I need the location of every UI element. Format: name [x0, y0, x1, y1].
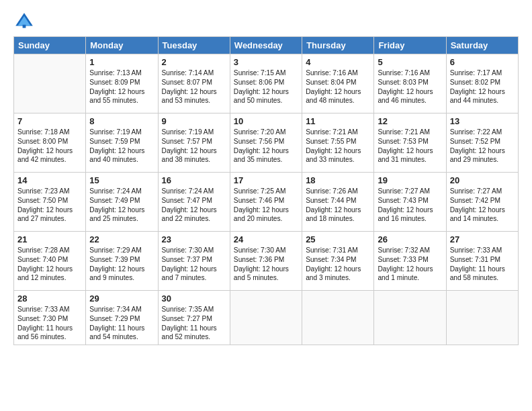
svg-rect-2	[23, 25, 26, 28]
day-info: Sunrise: 7:32 AMSunset: 7:33 PMDaylight:…	[378, 246, 442, 283]
day-number: 17	[234, 175, 298, 185]
day-number: 1	[89, 57, 154, 67]
day-number: 19	[378, 175, 442, 185]
day-number: 8	[89, 116, 154, 126]
day-cell: 14Sunrise: 7:23 AMSunset: 7:50 PMDayligh…	[14, 173, 86, 232]
day-cell: 27Sunrise: 7:33 AMSunset: 7:31 PMDayligh…	[446, 232, 518, 291]
day-number: 3	[234, 57, 298, 67]
weekday-header-sunday: Sunday	[14, 37, 86, 54]
day-number: 9	[162, 116, 226, 126]
day-cell	[302, 291, 374, 345]
day-cell	[230, 291, 302, 345]
day-cell: 29Sunrise: 7:34 AMSunset: 7:29 PMDayligh…	[86, 291, 158, 345]
day-number: 15	[89, 175, 154, 185]
day-cell: 21Sunrise: 7:28 AMSunset: 7:40 PMDayligh…	[14, 232, 86, 291]
day-number: 26	[378, 234, 442, 244]
day-cell: 3Sunrise: 7:15 AMSunset: 8:06 PMDaylight…	[230, 54, 302, 113]
day-info: Sunrise: 7:21 AMSunset: 7:53 PMDaylight:…	[378, 128, 442, 165]
day-number: 7	[17, 116, 82, 126]
day-cell: 9Sunrise: 7:19 AMSunset: 7:57 PMDaylight…	[158, 113, 230, 173]
day-cell: 1Sunrise: 7:13 AMSunset: 8:09 PMDaylight…	[86, 54, 158, 113]
day-info: Sunrise: 7:22 AMSunset: 7:52 PMDaylight:…	[450, 128, 515, 165]
weekday-header-thursday: Thursday	[302, 37, 374, 54]
day-cell: 4Sunrise: 7:16 AMSunset: 8:04 PMDaylight…	[302, 54, 374, 113]
day-cell: 15Sunrise: 7:24 AMSunset: 7:49 PMDayligh…	[86, 173, 158, 232]
day-cell: 28Sunrise: 7:33 AMSunset: 7:30 PMDayligh…	[14, 291, 86, 345]
day-cell: 25Sunrise: 7:31 AMSunset: 7:34 PMDayligh…	[302, 232, 374, 291]
day-cell	[374, 291, 446, 345]
day-cell: 18Sunrise: 7:26 AMSunset: 7:44 PMDayligh…	[302, 173, 374, 232]
day-info: Sunrise: 7:34 AMSunset: 7:29 PMDaylight:…	[89, 305, 154, 342]
day-info: Sunrise: 7:33 AMSunset: 7:30 PMDaylight:…	[17, 305, 82, 342]
day-number: 12	[378, 116, 442, 126]
week-row-4: 28Sunrise: 7:33 AMSunset: 7:30 PMDayligh…	[14, 291, 519, 345]
day-cell: 30Sunrise: 7:35 AMSunset: 7:27 PMDayligh…	[158, 291, 230, 345]
week-row-0: 1Sunrise: 7:13 AMSunset: 8:09 PMDaylight…	[14, 54, 519, 113]
day-number: 27	[450, 234, 515, 244]
day-number: 30	[162, 293, 226, 304]
logo	[13, 11, 38, 32]
day-cell: 26Sunrise: 7:32 AMSunset: 7:33 PMDayligh…	[374, 232, 446, 291]
day-info: Sunrise: 7:29 AMSunset: 7:39 PMDaylight:…	[89, 246, 154, 283]
day-info: Sunrise: 7:21 AMSunset: 7:55 PMDaylight:…	[306, 128, 370, 165]
day-cell: 10Sunrise: 7:20 AMSunset: 7:56 PMDayligh…	[230, 113, 302, 173]
day-cell: 7Sunrise: 7:18 AMSunset: 8:00 PMDaylight…	[14, 113, 86, 173]
day-info: Sunrise: 7:26 AMSunset: 7:44 PMDaylight:…	[306, 187, 370, 224]
day-number: 2	[162, 57, 226, 67]
day-number: 11	[306, 116, 370, 126]
day-number: 13	[450, 116, 515, 126]
day-info: Sunrise: 7:17 AMSunset: 8:02 PMDaylight:…	[450, 68, 515, 105]
calendar: SundayMondayTuesdayWednesdayThursdayFrid…	[13, 36, 519, 345]
day-info: Sunrise: 7:30 AMSunset: 7:37 PMDaylight:…	[162, 246, 226, 283]
day-info: Sunrise: 7:35 AMSunset: 7:27 PMDaylight:…	[162, 305, 226, 342]
day-cell: 12Sunrise: 7:21 AMSunset: 7:53 PMDayligh…	[374, 113, 446, 173]
week-row-3: 21Sunrise: 7:28 AMSunset: 7:40 PMDayligh…	[14, 232, 519, 291]
weekday-header-wednesday: Wednesday	[230, 37, 302, 54]
day-cell: 2Sunrise: 7:14 AMSunset: 8:07 PMDaylight…	[158, 54, 230, 113]
day-info: Sunrise: 7:16 AMSunset: 8:04 PMDaylight:…	[306, 68, 370, 105]
page: SundayMondayTuesdayWednesdayThursdayFrid…	[0, 0, 532, 411]
day-info: Sunrise: 7:20 AMSunset: 7:56 PMDaylight:…	[234, 128, 298, 165]
week-row-1: 7Sunrise: 7:18 AMSunset: 8:00 PMDaylight…	[14, 113, 519, 173]
day-info: Sunrise: 7:27 AMSunset: 7:42 PMDaylight:…	[450, 187, 515, 224]
day-number: 22	[89, 234, 154, 244]
weekday-header-saturday: Saturday	[446, 37, 518, 54]
weekday-header-row: SundayMondayTuesdayWednesdayThursdayFrid…	[14, 37, 519, 54]
day-number: 23	[162, 234, 226, 244]
day-cell: 20Sunrise: 7:27 AMSunset: 7:42 PMDayligh…	[446, 173, 518, 232]
day-number: 21	[17, 234, 82, 244]
day-number: 10	[234, 116, 298, 126]
day-number: 20	[450, 175, 515, 185]
day-number: 18	[306, 175, 370, 185]
day-cell: 17Sunrise: 7:25 AMSunset: 7:46 PMDayligh…	[230, 173, 302, 232]
day-number: 6	[450, 57, 515, 67]
day-info: Sunrise: 7:30 AMSunset: 7:36 PMDaylight:…	[234, 246, 298, 283]
day-info: Sunrise: 7:33 AMSunset: 7:31 PMDaylight:…	[450, 246, 515, 283]
day-cell	[446, 291, 518, 345]
day-cell: 22Sunrise: 7:29 AMSunset: 7:39 PMDayligh…	[86, 232, 158, 291]
day-info: Sunrise: 7:31 AMSunset: 7:34 PMDaylight:…	[306, 246, 370, 283]
logo-icon	[13, 11, 35, 32]
day-number: 4	[306, 57, 370, 67]
day-cell: 6Sunrise: 7:17 AMSunset: 8:02 PMDaylight…	[446, 54, 518, 113]
day-info: Sunrise: 7:16 AMSunset: 8:03 PMDaylight:…	[378, 68, 442, 105]
day-info: Sunrise: 7:18 AMSunset: 8:00 PMDaylight:…	[17, 128, 82, 165]
day-info: Sunrise: 7:19 AMSunset: 7:57 PMDaylight:…	[162, 128, 226, 165]
day-cell: 13Sunrise: 7:22 AMSunset: 7:52 PMDayligh…	[446, 113, 518, 173]
day-number: 16	[162, 175, 226, 185]
day-number: 5	[378, 57, 442, 67]
day-cell: 8Sunrise: 7:19 AMSunset: 7:59 PMDaylight…	[86, 113, 158, 173]
day-info: Sunrise: 7:25 AMSunset: 7:46 PMDaylight:…	[234, 187, 298, 224]
day-cell: 5Sunrise: 7:16 AMSunset: 8:03 PMDaylight…	[374, 54, 446, 113]
weekday-header-monday: Monday	[86, 37, 158, 54]
day-number: 29	[89, 293, 154, 304]
day-info: Sunrise: 7:13 AMSunset: 8:09 PMDaylight:…	[89, 68, 154, 105]
day-info: Sunrise: 7:14 AMSunset: 8:07 PMDaylight:…	[162, 68, 226, 105]
day-info: Sunrise: 7:23 AMSunset: 7:50 PMDaylight:…	[17, 187, 82, 224]
day-cell: 19Sunrise: 7:27 AMSunset: 7:43 PMDayligh…	[374, 173, 446, 232]
day-info: Sunrise: 7:24 AMSunset: 7:49 PMDaylight:…	[89, 187, 154, 224]
week-row-2: 14Sunrise: 7:23 AMSunset: 7:50 PMDayligh…	[14, 173, 519, 232]
header	[13, 11, 519, 32]
day-cell: 24Sunrise: 7:30 AMSunset: 7:36 PMDayligh…	[230, 232, 302, 291]
day-info: Sunrise: 7:19 AMSunset: 7:59 PMDaylight:…	[89, 128, 154, 165]
